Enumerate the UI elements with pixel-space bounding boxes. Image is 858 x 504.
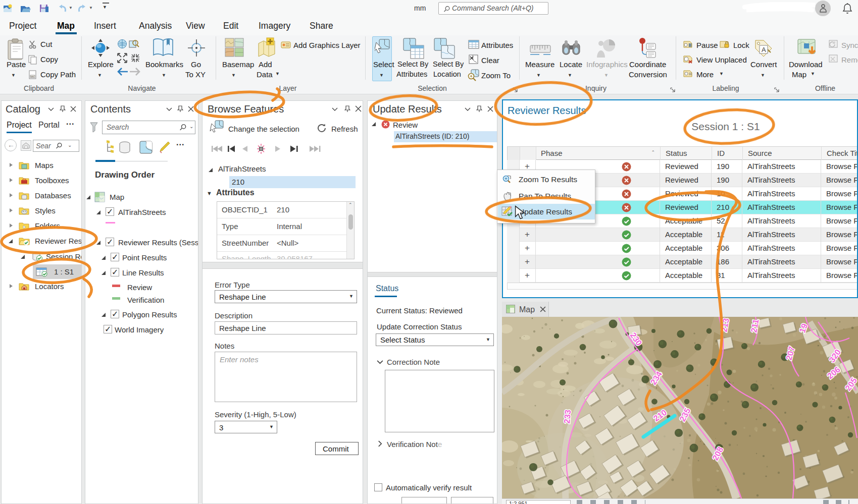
svg-text:233: 233 (562, 409, 572, 424)
svg-text:A: A (762, 46, 766, 53)
